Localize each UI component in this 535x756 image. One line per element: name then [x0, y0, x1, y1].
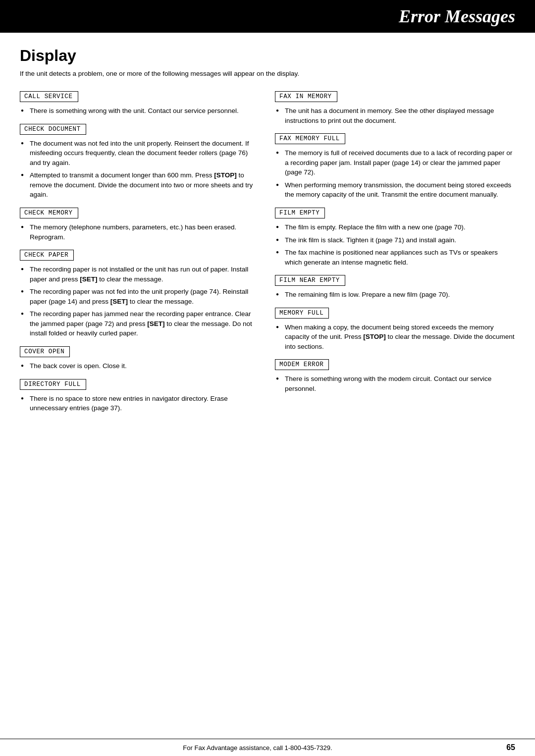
section-modem-error: MODEM ERROR There is something wrong wit…: [275, 354, 515, 393]
msg-label-film-near-empty: FILM NEAR EMPTY: [275, 275, 345, 286]
bullets-check-document: The document was not fed into the unit p…: [20, 139, 260, 200]
bullets-directory-full: There is no space to store new entries i…: [20, 394, 260, 413]
bullets-memory-full: When making a copy, the document being s…: [275, 323, 515, 352]
msg-label-fax-memory-full: FAX MEMORY FULL: [275, 133, 345, 144]
section-heading: Display: [20, 47, 515, 65]
page-footer: For Fax Advantage assistance, call 1-800…: [0, 739, 535, 756]
bullets-film-near-empty: The remaining film is low. Prepare a new…: [275, 290, 515, 300]
msg-label-cover-open: COVER OPEN: [20, 346, 70, 357]
list-item: The document was not fed into the unit p…: [20, 139, 260, 168]
intro-text: If the unit detects a problem, one or mo…: [20, 70, 515, 77]
msg-label-check-paper: CHECK PAPER: [20, 250, 74, 261]
bullets-check-memory: The memory (telephone numbers, parameter…: [20, 222, 260, 242]
list-item: The ink film is slack. Tighten it (page …: [275, 235, 515, 245]
list-item: The recording paper has jammed near the …: [20, 309, 260, 338]
list-item: The recording paper was not fed into the…: [20, 287, 260, 306]
msg-label-memory-full: MEMORY FULL: [275, 308, 329, 319]
list-item: The recording paper is not installed or …: [20, 265, 260, 284]
list-item: Attempted to transmit a document longer …: [20, 170, 260, 200]
left-column: CALL SERVICE There is something wrong wi…: [20, 86, 260, 416]
bullets-call-service: There is something wrong with the unit. …: [20, 106, 260, 116]
page-container: Error Messages Display If the unit detec…: [0, 0, 535, 756]
msg-label-check-memory: CHECK MEMORY: [20, 208, 78, 218]
list-item: When making a copy, the document being s…: [275, 323, 515, 352]
bullets-cover-open: The back cover is open. Close it.: [20, 361, 260, 371]
right-column: FAX IN MEMORY The unit has a document in…: [275, 86, 515, 397]
page-header: Error Messages: [0, 0, 535, 33]
section-film-empty: FILM EMPTY The film is empty. Replace th…: [275, 203, 515, 267]
bullets-fax-in-memory: The unit has a document in memory. See t…: [275, 106, 515, 125]
section-film-near-empty: FILM NEAR EMPTY The remaining film is lo…: [275, 270, 515, 300]
bullets-fax-memory-full: The memory is full of received documents…: [275, 148, 515, 200]
section-check-memory: CHECK MEMORY The memory (telephone numbe…: [20, 203, 260, 242]
two-column-layout: CALL SERVICE There is something wrong wi…: [20, 86, 515, 416]
section-check-paper: CHECK PAPER The recording paper is not i…: [20, 245, 260, 338]
list-item: The film is empty. Replace the film with…: [275, 222, 515, 232]
section-directory-full: DIRECTORY FULL There is no space to stor…: [20, 374, 260, 413]
list-item: The unit has a document in memory. See t…: [275, 106, 515, 125]
list-item: There is something wrong with the unit. …: [20, 106, 260, 116]
page-title: Error Messages: [399, 6, 515, 26]
section-check-document: CHECK DOCUMENT The document was not fed …: [20, 119, 260, 200]
msg-label-modem-error: MODEM ERROR: [275, 359, 329, 370]
list-item: The fax machine is positioned near appli…: [275, 248, 515, 267]
msg-label-check-document: CHECK DOCUMENT: [20, 124, 86, 135]
main-content: Display If the unit detects a problem, o…: [0, 33, 535, 446]
list-item: The remaining film is low. Prepare a new…: [275, 290, 515, 300]
section-fax-in-memory: FAX IN MEMORY The unit has a document in…: [275, 86, 515, 125]
list-item: The back cover is open. Close it.: [20, 361, 260, 371]
msg-label-fax-in-memory: FAX IN MEMORY: [275, 91, 337, 102]
section-fax-memory-full: FAX MEMORY FULL The memory is full of re…: [275, 128, 515, 200]
list-item: There is no space to store new entries i…: [20, 394, 260, 413]
bullets-film-empty: The film is empty. Replace the film with…: [275, 222, 515, 267]
msg-label-film-empty: FILM EMPTY: [275, 208, 325, 218]
footer-text: For Fax Advantage assistance, call 1-800…: [20, 744, 495, 752]
section-cover-open: COVER OPEN The back cover is open. Close…: [20, 341, 260, 371]
msg-label-call-service: CALL SERVICE: [20, 91, 78, 102]
list-item: The memory is full of received documents…: [275, 148, 515, 177]
bullets-modem-error: There is something wrong with the modem …: [275, 374, 515, 393]
msg-label-directory-full: DIRECTORY FULL: [20, 379, 86, 390]
section-memory-full: MEMORY FULL When making a copy, the docu…: [275, 303, 515, 352]
section-call-service: CALL SERVICE There is something wrong wi…: [20, 86, 260, 116]
list-item: There is something wrong with the modem …: [275, 374, 515, 393]
footer-page-number: 65: [495, 743, 515, 752]
bullets-check-paper: The recording paper is not installed or …: [20, 265, 260, 338]
list-item: The memory (telephone numbers, parameter…: [20, 222, 260, 242]
list-item: When performing memory transmission, the…: [275, 180, 515, 200]
